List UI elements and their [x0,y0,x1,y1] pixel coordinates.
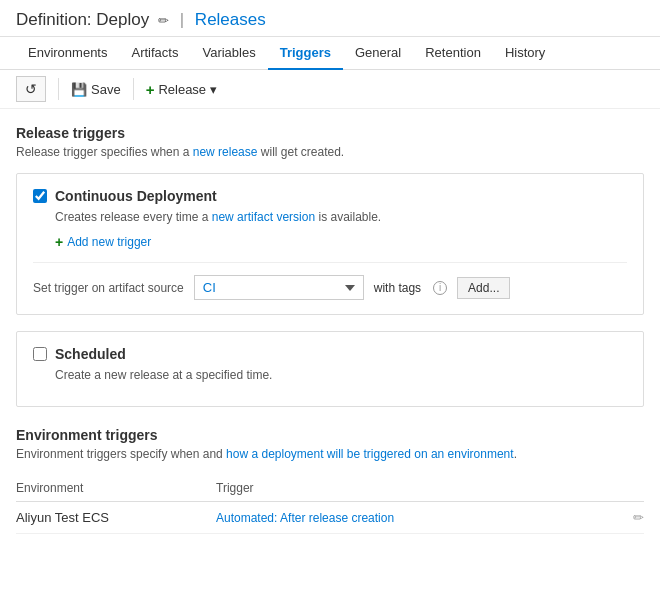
scheduled-desc: Create a new release at a specified time… [55,368,627,382]
col-header-trigger: Trigger [216,475,614,502]
table-row: Aliyun Test ECS Automated: After release… [16,502,644,534]
save-label: Save [91,82,121,97]
release-triggers-link[interactable]: new release [193,145,258,159]
tab-environments[interactable]: Environments [16,37,119,70]
trigger-source-label: Set trigger on artifact source [33,281,184,295]
artifact-source-select[interactable]: CI [194,275,364,300]
environment-table: Environment Trigger Aliyun Test ECS Auto… [16,475,644,534]
refresh-icon: ↺ [25,81,37,97]
release-label: Release [158,82,206,97]
main-content: Release triggers Release trigger specifi… [0,109,660,550]
tab-variables[interactable]: Variables [190,37,267,70]
continuous-deployment-desc: Creates release every time a new artifac… [55,210,627,224]
tab-retention[interactable]: Retention [413,37,493,70]
toolbar: ↺ 💾 Save + Release ▾ [0,70,660,109]
env-name: Aliyun Test ECS [16,502,216,534]
add-tag-button[interactable]: Add... [457,277,510,299]
continuous-deployment-checkbox[interactable] [33,189,47,203]
release-triggers-desc: Release trigger specifies when a new rel… [16,145,644,159]
continuous-deployment-title: Continuous Deployment [55,188,217,204]
toolbar-divider [58,78,59,100]
env-trigger-value: Automated: After release creation [216,502,614,534]
tab-triggers[interactable]: Triggers [268,37,343,70]
save-button[interactable]: 💾 Save [71,82,121,97]
refresh-button[interactable]: ↺ [16,76,46,102]
scheduled-card: Scheduled Create a new release at a spec… [16,331,644,407]
add-trigger-label: Add new trigger [67,235,151,249]
scheduled-title: Scheduled [55,346,126,362]
nav-tabs: Environments Artifacts Variables Trigger… [0,37,660,70]
col-header-environment: Environment [16,475,216,502]
with-tags-label: with tags [374,281,421,295]
env-triggers-desc-end: . [514,447,517,461]
env-triggers-desc-start: Environment triggers specify when and [16,447,226,461]
edit-icon[interactable]: ✏ [158,13,169,28]
scheduled-checkbox[interactable] [33,347,47,361]
environment-triggers-title: Environment triggers [16,427,644,443]
definition-label: Definition: Deploy [16,10,149,29]
release-dropdown-icon: ▾ [210,82,217,97]
add-new-trigger-button[interactable]: + Add new trigger [55,234,151,250]
save-icon: 💾 [71,82,87,97]
env-edit-cell: ✏ [614,502,644,534]
trigger-source-row: Set trigger on artifact source CI with t… [33,262,627,300]
cd-desc-start: Creates release every time a [55,210,212,224]
card-header: Continuous Deployment [33,188,627,204]
with-tags-info-icon[interactable]: i [433,281,447,295]
cd-desc-link: new artifact version [212,210,315,224]
cd-desc-end: is available. [315,210,381,224]
tab-general[interactable]: General [343,37,413,70]
header-separator: | [180,10,189,29]
environment-triggers-desc: Environment triggers specify when and ho… [16,447,644,461]
release-triggers-desc-static: Release trigger specifies when a [16,145,193,159]
env-triggers-link[interactable]: how a deployment will be triggered on an… [226,447,514,461]
release-button[interactable]: + Release ▾ [146,81,217,98]
releases-link[interactable]: Releases [195,10,266,29]
release-triggers-title: Release triggers [16,125,644,141]
env-edit-icon[interactable]: ✏ [633,510,644,525]
environment-triggers-section: Environment triggers Environment trigger… [16,427,644,534]
scheduled-card-header: Scheduled [33,346,627,362]
add-trigger-icon: + [55,234,63,250]
continuous-deployment-card: Continuous Deployment Creates release ev… [16,173,644,315]
toolbar-divider-2 [133,78,134,100]
release-triggers-desc-end: will get created. [257,145,344,159]
page-header: Definition: Deploy ✏ | Releases [0,0,660,37]
col-header-action [614,475,644,502]
release-plus-icon: + [146,81,155,98]
tab-artifacts[interactable]: Artifacts [119,37,190,70]
tab-history[interactable]: History [493,37,557,70]
